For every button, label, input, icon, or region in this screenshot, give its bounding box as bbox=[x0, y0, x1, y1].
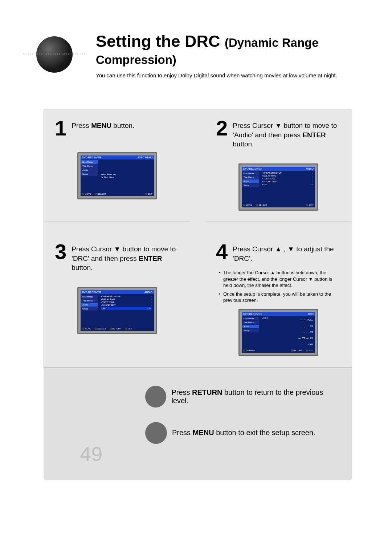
step-post: button. bbox=[72, 264, 93, 271]
step-number: 2 bbox=[216, 119, 228, 138]
osd-item: • DELAY TIME bbox=[262, 175, 276, 177]
meter-cursor bbox=[302, 337, 305, 339]
osd-crumb: DVD RECEIVER bbox=[82, 291, 101, 293]
osd-item-selected: DRC bbox=[102, 307, 106, 309]
osd-arrow: › bbox=[312, 175, 313, 177]
osd-item: • TEST TONE bbox=[262, 178, 275, 180]
osd-item: • DRC bbox=[262, 317, 268, 319]
menu-text: Press MENU button to exit the setup scre… bbox=[172, 429, 315, 437]
osd-arrow: › bbox=[312, 178, 313, 180]
osd-item: • TEST TONE bbox=[101, 301, 114, 303]
page-title: Setting the DRC (Dynamic Range Compressi… bbox=[96, 33, 352, 67]
step-text: Press Cursor ▼ button to move to 'DRC' a… bbox=[72, 242, 180, 272]
osd-side-item: Title Menu bbox=[81, 299, 98, 303]
osd-crumb: DVD RECEIVER bbox=[82, 156, 101, 159]
meter-label: FULL bbox=[307, 319, 313, 321]
menu-icon bbox=[145, 422, 167, 444]
osd-side-item: Title Menu bbox=[242, 175, 259, 179]
meter-label: OFF bbox=[309, 343, 313, 345]
step-text: Press Cursor ▲ , ▼ to adjust the 'DRC'. bbox=[233, 242, 341, 263]
osd-main-line: Press Enter key bbox=[101, 173, 152, 175]
osd-foot-exit: EXIT bbox=[306, 349, 314, 352]
footer-area: Press RETURN button to return to the pre… bbox=[44, 367, 352, 480]
step-number: 3 bbox=[55, 242, 66, 261]
bullet-2: Once the setup is complete, you will be … bbox=[219, 291, 341, 304]
title-main: Setting the DRC bbox=[96, 32, 220, 50]
step-pre: Press bbox=[72, 122, 91, 129]
osd-side-item: Title Menu bbox=[81, 164, 98, 168]
osd-title: DRC bbox=[308, 313, 314, 315]
step-bold: ENTER bbox=[302, 131, 326, 139]
manual-page: 0101010101010101010101010101 Setting the… bbox=[0, 0, 392, 555]
osd-arrow: › bbox=[151, 304, 152, 306]
osd-item: • DRC bbox=[262, 183, 268, 186]
meter-label: 4/8 bbox=[310, 331, 313, 333]
step-bold: MENU bbox=[91, 122, 111, 129]
osd-side-item: Audio bbox=[242, 325, 259, 328]
osd-title: AUDIO bbox=[144, 291, 152, 293]
step-1: 1 Press MENU button. DVD RECEIVERDISC ME… bbox=[44, 109, 191, 222]
osd-arrow: › bbox=[312, 172, 313, 174]
osd-main-line: for Disc Menu bbox=[101, 176, 152, 178]
step-bullets: The longer the Cursor ▲ button is held d… bbox=[216, 270, 341, 304]
osd-side-item: Title Menu bbox=[242, 321, 259, 324]
osd-arrow: › bbox=[151, 295, 152, 297]
osd-crumb: DVD RECEIVER bbox=[243, 167, 262, 170]
osd-item: • SPEAKER SETUP bbox=[262, 172, 282, 174]
step-pre: Press Cursor ▲ , ▼ to adjust the 'DRC'. bbox=[233, 245, 334, 262]
footer-return-row: Press RETURN button to return to the pre… bbox=[145, 386, 338, 408]
osd-side-item: Disc Menu bbox=[81, 160, 98, 164]
osd-foot-move: MOVE bbox=[82, 328, 91, 330]
osd-side-item: Disc Menu bbox=[242, 171, 259, 175]
step-text: Press Cursor ▼ button to move to 'Audio'… bbox=[233, 119, 341, 149]
osd-crumb: DVD RECEIVER bbox=[243, 313, 262, 315]
osd-screenshot-1: DVD RECEIVERDISC MENU Disc Menu Title Me… bbox=[77, 152, 157, 199]
step-4: 4 Press Cursor ▲ , ▼ to adjust the 'DRC'… bbox=[205, 233, 352, 367]
osd-arrow: : 2 › bbox=[147, 307, 151, 309]
osd-item: • SOUND EDIT bbox=[262, 181, 277, 183]
speaker-graphic: 0101010101010101010101010101 bbox=[22, 22, 87, 87]
osd-side-item: Audio bbox=[242, 179, 259, 183]
drc-meter: FULL 6/8 4/8 2/8 OFF bbox=[282, 319, 313, 345]
title-column: Setting the DRC (Dynamic Range Compressi… bbox=[87, 22, 352, 79]
osd-foot-select: SELECT bbox=[256, 204, 267, 206]
bullet-1: The longer the Cursor ▲ button is held d… bbox=[219, 270, 341, 289]
osd-screenshot-2: DVD RECEIVERAUDIO Disc Menu Title Menu A… bbox=[238, 163, 318, 211]
osd-arrow: : 2 › bbox=[309, 183, 313, 186]
osd-item: • DELAY TIME bbox=[101, 298, 115, 300]
osd-arrow: › bbox=[312, 181, 313, 183]
osd-side-item: Setup bbox=[242, 183, 259, 187]
step-3: 3 Press Cursor ▼ button to move to 'DRC'… bbox=[44, 233, 191, 367]
intro-text: You can use this function to enjoy Dolby… bbox=[96, 72, 352, 79]
osd-side-item: Setup bbox=[81, 307, 98, 311]
osd-side-item: Setup bbox=[81, 172, 98, 176]
osd-item: • SOUND EDIT bbox=[101, 304, 116, 306]
osd-side-item: Setup bbox=[242, 329, 259, 332]
step-post: button. bbox=[233, 140, 254, 148]
step-bold: ENTER bbox=[139, 255, 162, 262]
osd-screenshot-4: DVD RECEIVERDRC Disc Menu Title Menu Aud… bbox=[238, 309, 318, 356]
osd-foot-exit: EXIT bbox=[145, 193, 152, 195]
menu-bold: MENU bbox=[193, 429, 214, 437]
osd-foot-return: RETURN bbox=[110, 328, 121, 330]
osd-side-item: Disc Menu bbox=[81, 295, 98, 299]
osd-side-item: Disc Menu bbox=[242, 317, 259, 320]
osd-foot-move: MOVE bbox=[243, 204, 252, 206]
return-text: Press RETURN button to return to the pre… bbox=[171, 388, 338, 405]
page-header: 0101010101010101010101010101 Setting the… bbox=[22, 22, 352, 87]
return-pre: Press bbox=[171, 388, 192, 396]
osd-arrow: › bbox=[151, 301, 152, 303]
osd-title: DISC MENU bbox=[138, 156, 152, 159]
osd-foot-return: RETURN bbox=[291, 349, 302, 352]
step-post: button. bbox=[111, 122, 134, 129]
osd-foot-move: MOVE bbox=[82, 193, 91, 195]
menu-pre: Press bbox=[172, 429, 193, 437]
meter-label: 6/8 bbox=[310, 325, 313, 327]
osd-foot-change: CHANGE bbox=[243, 349, 255, 352]
page-number: 49 bbox=[80, 442, 102, 466]
osd-foot-exit: EXIT bbox=[125, 328, 132, 330]
step-2: 2 Press Cursor ▼ button to move to 'Audi… bbox=[205, 109, 352, 222]
meter-label: 2/8 bbox=[310, 337, 313, 339]
step-number: 1 bbox=[55, 119, 66, 138]
return-bold: RETURN bbox=[192, 388, 222, 396]
